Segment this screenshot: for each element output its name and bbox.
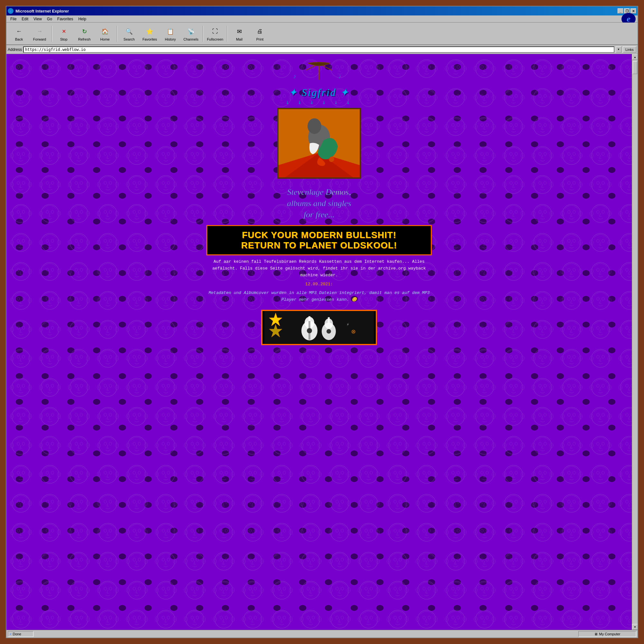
- address-bar: Address ▼ Links: [6, 45, 351, 54]
- channels-button[interactable]: Channels: [181, 24, 201, 43]
- webpage-content: ♪ ♪ ✦ Sigfrid ✦ ↓ ↓ ↓ ↓ ↓ ↓: [6, 54, 351, 351]
- print-button[interactable]: Print: [250, 24, 270, 43]
- svg-text:Stevcnlage Demos,: Stevcnlage Demos,: [287, 187, 351, 197]
- menu-help[interactable]: Help: [76, 16, 89, 22]
- refresh-icon: [79, 26, 90, 37]
- menu-view[interactable]: View: [31, 16, 44, 22]
- headline-line1: FUCK YOUR MODERN BULLSHIT!: [214, 230, 351, 240]
- search-label: Search: [124, 37, 135, 41]
- favorites-button[interactable]: Favorites: [140, 24, 160, 43]
- back-icon: [14, 26, 24, 37]
- svg-point-13: [308, 118, 321, 134]
- metadata-text: Metadaten und Albumcover wurden in alle …: [206, 290, 351, 303]
- mail-label: Mail: [236, 37, 242, 41]
- menu-edit[interactable]: Edit: [19, 16, 31, 22]
- search-icon: [124, 26, 134, 37]
- warning-text: Auf aar keinen fall Teufelsbüraen Rekord…: [206, 259, 351, 279]
- bottom-banner: ⚡ ⊗: [261, 310, 351, 345]
- address-input[interactable]: [23, 46, 351, 53]
- date-text: 12.09.2021:: [13, 282, 351, 287]
- site-title-area: ♪ ♪ ✦ Sigfrid ✦ ↓ ↓ ↓ ↓ ↓ ↓: [13, 61, 351, 105]
- stop-label: Stop: [60, 37, 68, 41]
- home-button[interactable]: Home: [95, 24, 115, 43]
- svg-text:♪: ♪: [338, 73, 341, 80]
- stop-button[interactable]: Stop: [54, 24, 74, 43]
- history-label: History: [165, 37, 176, 41]
- toolbar-separator-2: [117, 26, 117, 42]
- title-bar: e Microsoft Internet Explorer _ ❐ ✕: [6, 6, 351, 15]
- forward-button[interactable]: Forward: [30, 24, 50, 43]
- headline-box: FUCK YOUR MODERN BULLSHIT! RETURN TO PLA…: [206, 225, 351, 255]
- favorites-icon: [145, 26, 155, 37]
- menu-bar: File Edit View Go Favorites Help e: [6, 15, 351, 23]
- back-button[interactable]: Back: [9, 24, 29, 43]
- site-subtitle-decoration: ↓ ↓ ↓ ↓ ↓ ↓: [13, 99, 351, 105]
- toolbar-separator-3: [203, 26, 203, 42]
- menu-file[interactable]: File: [8, 16, 19, 22]
- browser-window: e Microsoft Internet Explorer _ ❐ ✕ File…: [6, 6, 351, 351]
- refresh-button[interactable]: Refresh: [74, 24, 94, 43]
- print-icon: [255, 26, 265, 37]
- favorites-label: Favorites: [142, 37, 157, 41]
- svg-rect-29: [328, 317, 330, 324]
- svg-text:for free...: for free...: [304, 210, 335, 219]
- svg-point-30: [327, 329, 331, 334]
- address-label: Address: [8, 47, 22, 52]
- ie-title-icon: e: [8, 8, 14, 14]
- webpage[interactable]: ♪ ♪ ✦ Sigfrid ✦ ↓ ↓ ↓ ↓ ↓ ↓: [6, 54, 351, 351]
- channels-label: Channels: [184, 37, 198, 41]
- mail-button[interactable]: Mail: [229, 24, 249, 43]
- svg-text:⚡: ⚡: [346, 322, 349, 327]
- download-text-svg: Stevcnlage Demos, albums and singles for…: [258, 185, 351, 221]
- print-label: Print: [256, 37, 264, 41]
- home-icon: [100, 26, 110, 37]
- forward-label: Forward: [33, 37, 46, 41]
- svg-text:albums and singles: albums and singles: [287, 199, 351, 208]
- channels-icon: [186, 26, 196, 37]
- refresh-label: Refresh: [78, 37, 91, 41]
- svg-text:♪: ♪: [293, 73, 296, 80]
- back-label: Back: [15, 37, 23, 41]
- fullscreen-button[interactable]: Fullscreen: [205, 24, 225, 43]
- hero-artwork-svg: [279, 108, 351, 179]
- toolbar: Back Forward Stop Refresh Home Search: [6, 23, 351, 45]
- forward-icon: [34, 26, 45, 37]
- mail-icon: [234, 26, 244, 37]
- history-button[interactable]: History: [160, 24, 180, 43]
- toolbar-separator-4: [227, 26, 227, 42]
- headline-line2: RETURN TO PLANET OLDSKOOL!: [214, 240, 351, 251]
- stop-icon: [59, 26, 69, 37]
- download-text-area: Stevcnlage Demos, albums and singles for…: [223, 185, 351, 221]
- hero-image: [277, 108, 351, 179]
- menu-favorites[interactable]: Favorites: [55, 16, 76, 22]
- history-icon: [165, 26, 175, 37]
- home-label: Home: [100, 37, 109, 41]
- site-title-text: ✦ Sigfrid ✦: [13, 86, 351, 99]
- window-title: Microsoft Internet Explorer: [15, 9, 351, 14]
- search-button[interactable]: Search: [119, 24, 139, 43]
- toolbar-separator-1: [52, 26, 52, 42]
- menu-go[interactable]: Go: [44, 16, 55, 22]
- bottom-banner-svg: ⚡ ⊗: [264, 311, 351, 344]
- content-area: ♪ ♪ ✦ Sigfrid ✦ ↓ ↓ ↓ ↓ ↓ ↓: [6, 54, 351, 351]
- fullscreen-icon: [210, 26, 220, 37]
- fullscreen-label: Fullscreen: [207, 37, 223, 41]
